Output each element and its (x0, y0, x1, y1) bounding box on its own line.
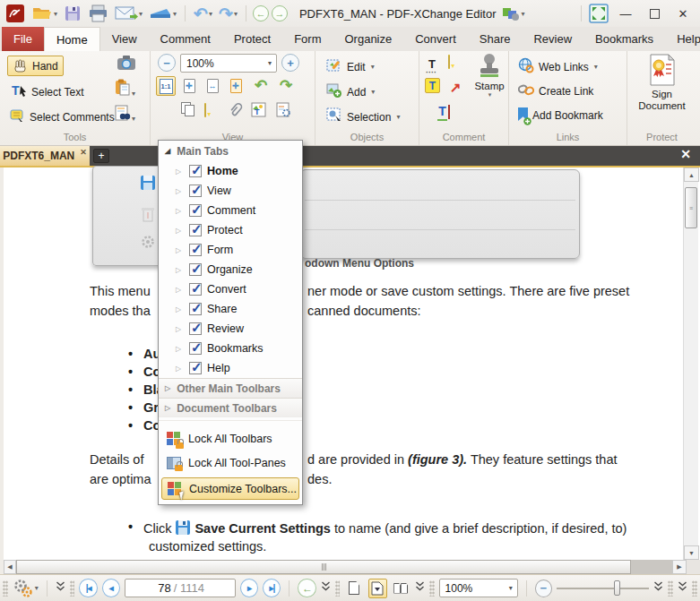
checkbox-checked[interactable] (189, 303, 202, 315)
attachments-pane-icon[interactable] (228, 101, 244, 120)
rotate-ccw-icon[interactable]: ↶ (255, 78, 267, 93)
document-tab[interactable]: PDFXT6_MAN✕ (0, 146, 90, 166)
zoom-out-slider-icon[interactable]: − (535, 580, 552, 597)
checkbox-checked[interactable] (189, 263, 202, 276)
close-document-icon[interactable]: ✕ (680, 146, 700, 166)
menu-item-view[interactable]: ▷View (159, 181, 302, 201)
status-options-button[interactable]: ▾ (13, 579, 39, 598)
horizontal-scrollbar[interactable]: ◀ ▶ (4, 560, 687, 574)
menu-item-protect[interactable]: ▷Protect (159, 220, 302, 240)
tab-form[interactable]: Form (282, 27, 333, 51)
toolbar-grip[interactable] (3, 580, 8, 597)
typewriter-icon[interactable]: T (428, 57, 436, 71)
web-links-button[interactable]: Web Links▾ (513, 55, 603, 79)
expand-panel-icon[interactable] (415, 581, 425, 595)
expand-panel-icon[interactable] (56, 581, 65, 595)
minimize-button[interactable]: — (612, 4, 639, 23)
menu-item-lock-all-toolbars[interactable]: Lock All Toolbars (159, 426, 302, 451)
checkbox-checked[interactable] (189, 322, 202, 335)
expand-panel-icon[interactable] (321, 581, 331, 595)
two-page-layout-button[interactable] (392, 579, 410, 598)
menu-item-convert[interactable]: ▷Convert (159, 279, 302, 299)
expand-triangle-icon[interactable]: ▷ (176, 345, 184, 353)
previous-page-button[interactable]: ◂ (102, 579, 120, 597)
undo-button[interactable]: ↶▾ (192, 2, 214, 25)
menu-item-form[interactable]: ▷Form (159, 240, 302, 260)
menu-group-document-toolbars[interactable]: ▷Document Toolbars (159, 398, 302, 417)
stamp-button[interactable]: Stamp ▾ (471, 53, 507, 99)
ribbon-zoom-combo[interactable]: 100%▾ (180, 54, 277, 73)
fit-width-button[interactable]: ↔ (203, 76, 222, 96)
checkbox-checked[interactable] (189, 283, 202, 296)
checkbox-checked[interactable] (189, 224, 202, 236)
first-page-button[interactable]: |◂ (79, 579, 97, 597)
arrow-comment-icon[interactable]: ↗ (450, 81, 462, 94)
fit-visible-button[interactable]: ✛ (226, 76, 246, 96)
menu-item-comment[interactable]: ▷Comment (159, 201, 302, 220)
checkbox-checked[interactable] (189, 165, 202, 177)
tab-comment[interactable]: Comment (149, 27, 222, 51)
menu-item-customize-toolbars[interactable]: Customize Toolbars... (161, 477, 299, 500)
sticky-note-icon[interactable] (448, 56, 450, 68)
page-number-input[interactable]: 78 / 1114 (125, 579, 236, 597)
menu-group-other-main-toolbars[interactable]: ▷Other Main Toolbars (159, 378, 302, 398)
expand-panel-icon[interactable] (653, 581, 663, 595)
add-objects-button[interactable]: Add▾ (321, 80, 380, 104)
expand-triangle-icon[interactable]: ▷ (176, 286, 184, 294)
rectangle-comment-icon[interactable] (448, 106, 450, 118)
open-file-button[interactable]: ▾ (30, 2, 59, 25)
rotate-cw-icon[interactable]: ↷ (280, 78, 292, 93)
expand-triangle-icon[interactable]: ▷ (176, 246, 184, 254)
maximize-button[interactable] (641, 4, 668, 23)
email-button[interactable]: ▾ (113, 2, 144, 25)
select-comments-button[interactable]: Select Comments (4, 106, 120, 128)
highlight-text-icon[interactable]: T (425, 78, 440, 93)
add-bookmark-button[interactable]: Add Bookmark (513, 105, 609, 126)
checkbox-checked[interactable] (189, 204, 202, 217)
history-back-button[interactable]: ← (253, 5, 269, 21)
tab-convert[interactable]: Convert (403, 27, 468, 51)
properties-pane-icon[interactable] (276, 102, 291, 120)
continuous-layout-button[interactable] (368, 579, 387, 598)
snapshot-camera-icon[interactable] (117, 55, 136, 73)
tab-file[interactable]: File (2, 27, 44, 51)
zoom-in-icon[interactable]: + (281, 54, 299, 72)
horizontal-scrollbar-thumb[interactable] (16, 560, 631, 574)
expand-triangle-icon[interactable]: ▷ (176, 365, 184, 373)
menu-item-home[interactable]: ▷Home (159, 161, 302, 181)
print-button[interactable] (86, 2, 110, 25)
selection-button[interactable]: Selection▾ (321, 105, 405, 129)
zoom-slider[interactable] (557, 580, 649, 597)
create-link-button[interactable]: Create Link (513, 80, 599, 102)
expand-panel-icon[interactable] (678, 581, 687, 595)
tab-home[interactable]: Home (44, 27, 100, 51)
fit-page-button[interactable]: ✛ (179, 76, 199, 96)
scroll-left-icon[interactable]: ◀ (4, 560, 16, 574)
menu-item-bookmarks[interactable]: ▷Bookmarks (159, 339, 302, 358)
vertical-scrollbar[interactable]: ▲ ≡ ▼ (683, 167, 698, 560)
tab-view[interactable]: View (100, 27, 149, 51)
expand-triangle-icon[interactable]: ▷ (176, 305, 184, 313)
redo-button[interactable]: ↷▾ (217, 2, 239, 25)
zoom-slider-handle[interactable] (614, 580, 620, 596)
last-page-button[interactable]: ▸| (263, 579, 281, 597)
status-zoom-combo[interactable]: 100%▾ (439, 579, 518, 597)
edit-objects-button[interactable]: Edit▾ (321, 55, 380, 79)
ui-options-button[interactable]: ▾ (499, 2, 527, 25)
expand-triangle-icon[interactable]: ▷ (176, 187, 184, 195)
hand-tool-button[interactable]: Hand (7, 56, 64, 76)
save-button[interactable] (62, 2, 83, 25)
checkbox-checked[interactable] (189, 185, 202, 197)
expand-triangle-icon[interactable]: ▷ (176, 266, 184, 274)
expand-triangle-icon[interactable]: ▷ (176, 227, 184, 235)
tab-organize[interactable]: Organize (333, 27, 403, 51)
scroll-right-icon[interactable]: ▶ (672, 560, 687, 574)
scroll-down-icon[interactable]: ▼ (684, 545, 699, 560)
menu-item-review[interactable]: ▷Review (159, 319, 302, 339)
next-page-button[interactable]: ▸ (240, 579, 258, 597)
search-button[interactable]: ▾ (115, 105, 135, 124)
tab-bookmarks[interactable]: Bookmarks (583, 27, 665, 51)
comments-pane-icon[interactable] (204, 104, 206, 116)
tab-help[interactable]: Help (665, 27, 700, 51)
expand-triangle-icon[interactable]: ▷ (176, 325, 184, 333)
